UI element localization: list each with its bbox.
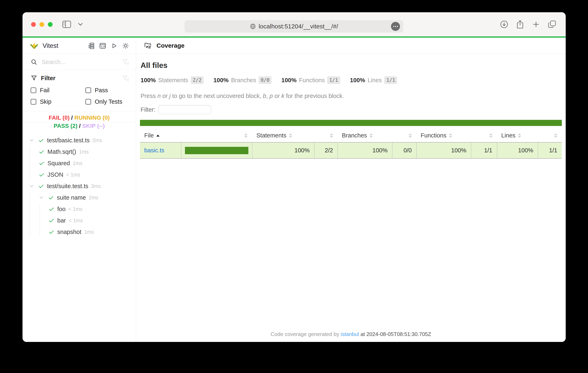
hint-text: or [161, 93, 169, 99]
stat-statements: 100%Statements2/2 [141, 76, 204, 84]
hint-text: for the previous block. [284, 93, 344, 99]
coverage-status-line [140, 120, 562, 126]
clear-status-filter-icon[interactable] [122, 74, 129, 82]
tree-test-row[interactable]: Math.sqrt()1ms [22, 146, 136, 157]
share-icon[interactable] [516, 20, 524, 29]
new-tab-icon[interactable] [532, 21, 540, 28]
sorter-icon[interactable] [330, 133, 333, 138]
tree-file-row[interactable]: test/suite.test.ts3ms [22, 180, 136, 192]
filter-icon [31, 75, 37, 81]
fail-label: Fail [40, 87, 50, 94]
minimize-window-button[interactable] [40, 22, 44, 27]
istanbul-link[interactable]: istanbul [341, 331, 359, 337]
column-header-functions[interactable]: Functions [416, 130, 471, 142]
statements-pct-cell: 100% [252, 142, 314, 158]
column-header-branches[interactable]: Branches [337, 130, 392, 142]
stat-label: Lines [368, 77, 382, 84]
sorter-icon[interactable] [409, 133, 412, 138]
close-window-button[interactable] [31, 22, 36, 27]
theme-toggle-icon[interactable] [122, 42, 129, 49]
chevron-down-icon[interactable] [39, 195, 45, 200]
tree-file-row[interactable]: test/basic.test.ts2ms [22, 135, 136, 146]
test-duration: < 1ms [66, 172, 80, 178]
stat-percent: 100% [350, 77, 365, 84]
column-header-lines[interactable]: Lines [497, 130, 538, 142]
page-settings-button[interactable] [391, 22, 400, 31]
pass-count: PASS (2) [54, 123, 77, 129]
zoom-window-button[interactable] [48, 22, 52, 27]
coverage-stats: 100%Statements2/2100%Branches0/0100%Func… [140, 76, 562, 84]
column-header-statements-raw-sorter[interactable] [314, 130, 337, 142]
skip-label: Skip [40, 98, 51, 105]
divider [74, 21, 75, 28]
sidebar: Vitest [22, 38, 136, 342]
fail-checkbox[interactable] [31, 88, 36, 93]
hint-text: or [273, 93, 282, 99]
test-label: snapshot [57, 229, 81, 235]
filter-option-skip[interactable]: Skip [31, 96, 85, 107]
file-link[interactable]: basic.ts [144, 147, 164, 154]
chevron-down-icon[interactable] [29, 183, 35, 189]
coverage-filter-input[interactable] [158, 105, 211, 114]
lines-pct-cell: 100% [497, 142, 538, 158]
keyboard-hint: Press n or j to go to the next uncovered… [140, 93, 562, 99]
tree-test-row[interactable]: JSON< 1ms [22, 169, 136, 180]
address-bar[interactable]: localhost:51204/__vitest__/#/ [185, 20, 403, 32]
downloads-icon[interactable] [500, 20, 508, 29]
column-header-branches-raw-sorter[interactable] [392, 130, 416, 142]
hint-key: n [157, 93, 161, 99]
column-header-graph-sorter[interactable] [181, 130, 252, 142]
sorter-icon[interactable] [369, 133, 373, 138]
only-tests-label: Only Tests [95, 98, 122, 105]
clear-search-filter-icon[interactable] [122, 58, 129, 66]
pass-check-icon [48, 206, 54, 212]
test-run-summary: FAIL (0) / RUNNING (0) PASS (2) / SKIP (… [22, 111, 136, 133]
sorter-icon[interactable] [518, 133, 521, 138]
dashboard-icon[interactable] [99, 42, 106, 49]
test-tree: test/basic.test.ts2msMath.sqrt()1msSquar… [22, 133, 136, 342]
coverage-filter-label: Filter: [141, 106, 156, 113]
skip-checkbox[interactable] [31, 99, 36, 104]
column-header-functions-raw-sorter[interactable] [471, 130, 497, 142]
test-duration: 1ms [79, 149, 89, 155]
tree-test-row[interactable]: Squared1ms [22, 157, 136, 169]
app-title: Vitest [42, 42, 58, 50]
test-label: Squared [47, 160, 70, 167]
skip-count: SKIP (--) [82, 123, 105, 129]
filter-option-pass[interactable]: Pass [85, 84, 129, 96]
sidebar-toggle-icon[interactable] [62, 21, 71, 28]
chevron-down-icon[interactable] [29, 137, 35, 143]
pass-check-icon [39, 172, 45, 178]
hint-key: k [281, 93, 284, 99]
only-tests-checkbox[interactable] [85, 99, 91, 104]
search-input[interactable] [42, 59, 122, 65]
run-all-icon[interactable] [110, 42, 118, 49]
sorter-icon[interactable] [289, 133, 292, 138]
sorter-icon[interactable] [489, 133, 493, 138]
pass-checkbox[interactable] [85, 88, 91, 93]
hint-text: Press [141, 93, 157, 99]
column-header-statements[interactable]: Statements [252, 130, 314, 142]
tree-test-row[interactable]: suite name2ms [22, 192, 136, 203]
running-count: RUNNING (0) [74, 114, 110, 121]
test-label: suite name [57, 194, 86, 201]
column-header-file[interactable]: File [140, 130, 181, 142]
coverage-table: File Statements [140, 130, 562, 159]
sorter-icon[interactable] [244, 133, 248, 138]
filter-option-only-tests[interactable]: Only Tests [85, 96, 129, 107]
sorter-icon[interactable] [449, 133, 452, 138]
fail-count: FAIL (0) [49, 114, 70, 121]
stat-label: Branches [231, 77, 256, 84]
pass-check-icon [38, 183, 44, 189]
sorter-icon[interactable] [554, 133, 557, 138]
column-header-lines-raw-sorter[interactable] [538, 130, 562, 142]
filter-option-fail[interactable]: Fail [31, 84, 85, 96]
stat-percent: 100% [141, 77, 156, 84]
tab-overview-icon[interactable] [548, 20, 556, 29]
test-label: test/suite.test.ts [47, 183, 88, 190]
table-header-row: File Statements [140, 130, 562, 142]
stat-percent: 100% [213, 77, 229, 84]
collapse-tree-icon[interactable] [88, 42, 95, 49]
test-duration: < 1ms [68, 206, 83, 212]
sidebar-dropdown-chevron-icon[interactable] [78, 23, 83, 26]
